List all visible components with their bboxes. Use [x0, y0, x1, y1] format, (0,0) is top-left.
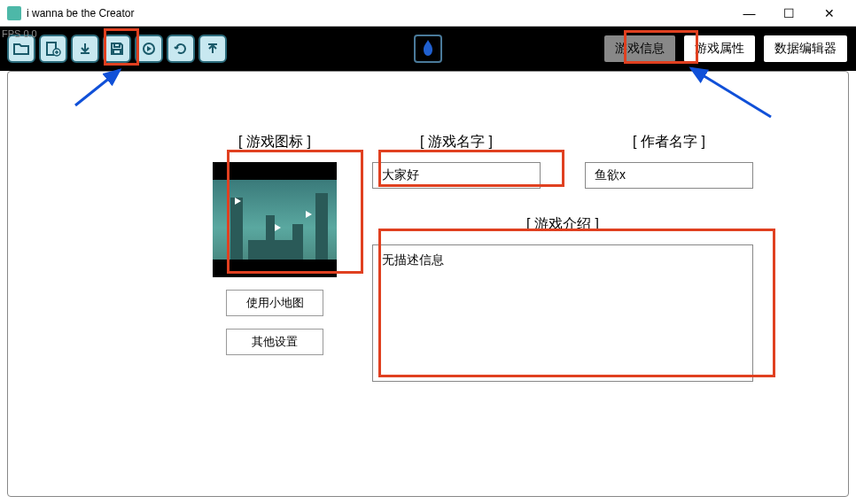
download-button[interactable]: [71, 35, 99, 63]
tab-group: 游戏信息 游戏属性 数据编辑器: [603, 34, 849, 64]
upload-icon: [206, 42, 220, 56]
preview-scene: [213, 180, 337, 260]
right-column: [ 游戏名字 ] [ 作者名字 ] [ 游戏介绍 ]: [372, 133, 753, 382]
game-name-input[interactable]: [372, 162, 541, 189]
tab-data-editor[interactable]: 数据编辑器: [762, 34, 849, 64]
maximize-button[interactable]: ☐: [769, 1, 809, 26]
author-name-label: [ 作者名字 ]: [633, 133, 705, 151]
download-icon: [78, 42, 92, 56]
new-file-button[interactable]: [39, 35, 67, 63]
author-name-group: [ 作者名字 ]: [585, 133, 753, 189]
refresh-button[interactable]: [167, 35, 195, 63]
tab-game-info[interactable]: 游戏信息: [603, 34, 677, 64]
refresh-icon: [174, 42, 188, 56]
save-icon: [110, 42, 124, 56]
play-icon: [142, 42, 156, 56]
save-button[interactable]: [103, 35, 131, 63]
game-desc-group: [ 游戏介绍 ]: [372, 215, 753, 382]
fps-counter: FPS 0.0: [2, 28, 37, 39]
minimize-button[interactable]: —: [729, 1, 769, 26]
use-minimap-button[interactable]: 使用小地图: [226, 290, 323, 316]
window-title: i wanna be the Creator: [27, 7, 729, 19]
upload-button[interactable]: [198, 35, 227, 63]
game-desc-label: [ 游戏介绍 ]: [526, 215, 599, 234]
play-button[interactable]: [135, 35, 163, 63]
close-button[interactable]: ✕: [809, 1, 849, 26]
folder-icon: [13, 42, 29, 56]
other-settings-button[interactable]: 其他设置: [226, 329, 323, 355]
game-name-group: [ 游戏名字 ]: [372, 133, 541, 189]
game-icon-column: [ 游戏图标 ] 使用小地图 其他设置: [213, 133, 337, 382]
window-controls: — ☐ ✕: [729, 1, 849, 26]
app-icon: [7, 6, 21, 20]
game-icon-label: [ 游戏图标 ]: [238, 133, 311, 151]
toolbar: 游戏信息 游戏属性 数据编辑器: [0, 27, 856, 71]
game-icon-preview[interactable]: [213, 162, 337, 277]
tab-game-props[interactable]: 游戏属性: [682, 34, 757, 64]
name-row: [ 游戏名字 ] [ 作者名字 ]: [372, 133, 753, 189]
flame-icon: [419, 38, 437, 59]
titlebar: i wanna be the Creator — ☐ ✕: [0, 0, 856, 27]
author-name-input[interactable]: [585, 162, 753, 189]
new-file-icon: [45, 41, 61, 57]
game-name-label: [ 游戏名字 ]: [420, 133, 493, 151]
content-area: [ 游戏图标 ] 使用小地图 其他设置 [ 游戏名字 ] [ 作者名字 ]: [0, 71, 856, 399]
center-character-icon[interactable]: [414, 35, 442, 63]
game-desc-textarea[interactable]: [372, 244, 753, 382]
